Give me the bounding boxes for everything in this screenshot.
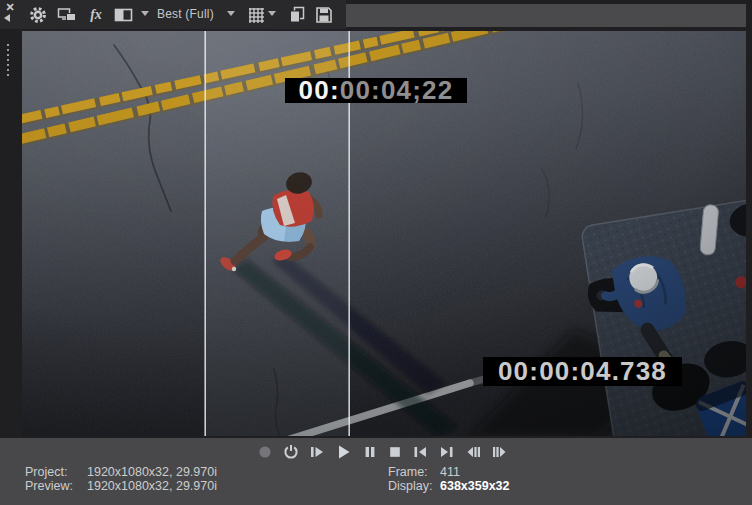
go-to-end-button[interactable] [439, 442, 454, 462]
video-preview-window: ✕ fx Best (Full) [0, 0, 752, 505]
video-preview-area[interactable]: 00:00:04;22 00:00:04.738 [22, 31, 746, 436]
project-value: 1920x1080x32, 29.970i [87, 465, 217, 479]
frame-status-row: Frame:411 [388, 465, 510, 479]
grid-overlay-icon[interactable] [244, 3, 268, 27]
previous-frame-button[interactable] [465, 442, 481, 462]
preview-status-row: Preview:1920x1080x32, 29.970i [25, 479, 217, 493]
go-to-start-button[interactable] [413, 442, 428, 462]
preview-value: 1920x1080x32, 29.970i [87, 479, 217, 493]
split-line-left [204, 31, 206, 436]
save-snapshot-icon[interactable] [312, 3, 336, 27]
split-screen-icon[interactable] [112, 3, 136, 27]
timecode-overlay: 00:00:04;22 [285, 78, 467, 103]
grid-dropdown-icon[interactable] [268, 11, 276, 16]
undock-arrow-icon[interactable] [4, 14, 10, 22]
quality-dropdown-icon[interactable] [227, 11, 235, 16]
preview-toolbar: ✕ fx Best (Full) [0, 0, 346, 29]
split-screen-dropdown-icon[interactable] [141, 11, 149, 16]
frame-value: 411 [440, 465, 460, 479]
project-status-row: Project:1920x1080x32, 29.970i [25, 465, 217, 479]
preview-quality-selector[interactable]: Best (Full) [157, 0, 214, 29]
close-icon[interactable]: ✕ [3, 1, 17, 14]
play-button[interactable] [336, 442, 352, 462]
project-label: Project: [25, 465, 87, 479]
pause-button[interactable] [363, 442, 377, 462]
frame-label: Frame: [388, 465, 440, 479]
display-label: Display: [388, 479, 440, 493]
bottom-panel: Project:1920x1080x32, 29.970i Preview:19… [0, 438, 752, 505]
display-status-row: Display:638x359x32 [388, 479, 510, 493]
dock-grip-handle[interactable] [7, 44, 9, 76]
preview-label: Preview: [25, 479, 87, 493]
display-value: 638x359x32 [440, 479, 510, 493]
transport-controls [0, 438, 752, 465]
record-button[interactable] [258, 442, 272, 462]
next-frame-button[interactable] [492, 442, 508, 462]
gear-icon[interactable] [26, 3, 50, 27]
play-from-start-button[interactable] [310, 442, 325, 462]
loop-playback-button[interactable] [283, 442, 299, 462]
timecode-bright-part: 00: [299, 75, 340, 106]
stop-button[interactable] [388, 442, 402, 462]
toolbar-empty-area [346, 4, 746, 27]
external-monitor-icon[interactable] [55, 3, 79, 27]
timecode-cursor-overlay: 00:00:04.738 [483, 357, 682, 386]
video-fx-icon[interactable]: fx [84, 3, 108, 27]
timecode-dim-part: 00:04;22 [340, 75, 454, 106]
copy-snapshot-icon[interactable] [285, 3, 309, 27]
